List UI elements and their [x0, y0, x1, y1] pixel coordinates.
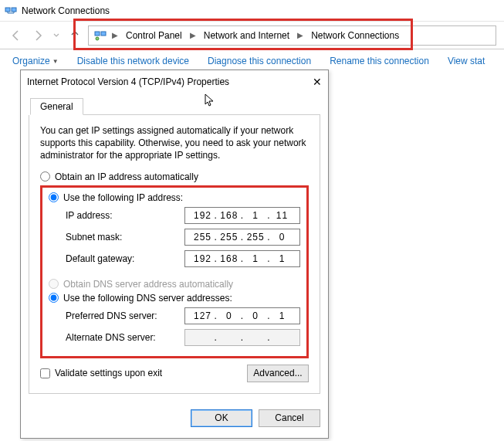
validate-checkbox[interactable]: Validate settings upon exit	[40, 368, 162, 378]
breadcrumb-item[interactable]: Control Panel	[123, 29, 185, 42]
checkbox-input[interactable]	[40, 368, 50, 378]
network-icon	[5, 5, 17, 17]
recent-dropdown[interactable]	[51, 27, 62, 44]
subnet-mask-field[interactable]: 255.255.255.0	[184, 229, 300, 246]
radio-input[interactable]	[49, 192, 59, 202]
ip-settings-group: Use the following IP address: IP address…	[40, 185, 309, 358]
chevron-right-icon[interactable]: ▶	[188, 31, 198, 39]
svg-rect-1	[12, 8, 16, 12]
alternate-dns-field[interactable]: ...	[184, 329, 300, 346]
default-gateway-field[interactable]: 192.168.1.1	[184, 250, 300, 267]
window-titlebar: Network Connections	[0, 0, 504, 22]
dialog-buttons: OK Cancel	[21, 402, 328, 438]
dialog-titlebar[interactable]: Internet Protocol Version 4 (TCP/IPv4) P…	[21, 70, 328, 93]
svg-rect-0	[5, 8, 10, 12]
back-button[interactable]	[8, 27, 25, 44]
chevron-right-icon[interactable]: ▶	[296, 31, 305, 39]
organize-menu[interactable]: Organize▼	[12, 56, 59, 66]
cursor-icon	[205, 93, 215, 110]
tab-strip: General	[30, 98, 320, 115]
radio-obtain-dns-auto: Obtain DNS server address automatically	[49, 277, 300, 291]
ok-button[interactable]: OK	[191, 409, 252, 427]
radio-label: Obtain DNS server address automatically	[63, 279, 233, 290]
view-status-button[interactable]: View stat	[448, 56, 485, 66]
rename-button[interactable]: Rename this connection	[330, 56, 429, 66]
chevron-down-icon: ▼	[52, 58, 59, 65]
ip-address-field[interactable]: 192.168.1.11	[184, 207, 300, 224]
radio-use-ip[interactable]: Use the following IP address:	[49, 191, 300, 205]
preferred-dns-label: Preferred DNS server:	[66, 310, 184, 321]
tab-general[interactable]: General	[30, 98, 83, 115]
checkbox-label: Validate settings upon exit	[55, 368, 162, 378]
close-button[interactable]: ✕	[294, 76, 322, 88]
radio-obtain-ip-auto[interactable]: Obtain an IP address automatically	[40, 170, 309, 184]
radio-use-dns[interactable]: Use the following DNS server addresses:	[49, 291, 300, 305]
default-gateway-label: Default gateway:	[66, 253, 184, 264]
breadcrumb[interactable]: ▶ Control Panel ▶ Network and Internet ▶…	[88, 25, 496, 46]
forward-button[interactable]	[29, 27, 46, 44]
svg-rect-2	[95, 32, 100, 36]
radio-input	[49, 279, 59, 289]
preferred-dns-field[interactable]: 127.0.0.1	[184, 307, 300, 324]
radio-label: Use the following DNS server addresses:	[63, 293, 232, 304]
subnet-mask-label: Subnet mask:	[66, 232, 184, 243]
svg-rect-3	[101, 32, 106, 36]
radio-input[interactable]	[49, 293, 59, 303]
diagnose-button[interactable]: Diagnose this connection	[208, 56, 311, 66]
ip-address-label: IP address:	[66, 210, 184, 221]
breadcrumb-item[interactable]: Network Connections	[308, 29, 402, 42]
alternate-dns-label: Alternate DNS server:	[66, 332, 184, 343]
dialog-title: Internet Protocol Version 4 (TCP/IPv4) P…	[27, 76, 229, 87]
window-title: Network Connections	[22, 5, 110, 16]
chevron-right-icon[interactable]: ▶	[110, 31, 120, 39]
ipv4-properties-dialog: Internet Protocol Version 4 (TCP/IPv4) P…	[20, 70, 329, 439]
radio-label: Obtain an IP address automatically	[55, 171, 198, 182]
radio-label: Use the following IP address:	[63, 192, 183, 203]
radio-input[interactable]	[40, 171, 50, 181]
svg-point-4	[96, 37, 99, 40]
disable-device-button[interactable]: Disable this network device	[77, 56, 189, 66]
up-button[interactable]	[66, 27, 83, 44]
network-connections-icon	[93, 29, 107, 42]
breadcrumb-item[interactable]: Network and Internet	[201, 29, 293, 42]
address-bar-row: ▶ Control Panel ▶ Network and Internet ▶…	[0, 22, 504, 49]
advanced-button[interactable]: Advanced...	[247, 365, 309, 382]
description-text: You can get IP settings assigned automat…	[40, 124, 309, 162]
cancel-button[interactable]: Cancel	[259, 409, 320, 427]
